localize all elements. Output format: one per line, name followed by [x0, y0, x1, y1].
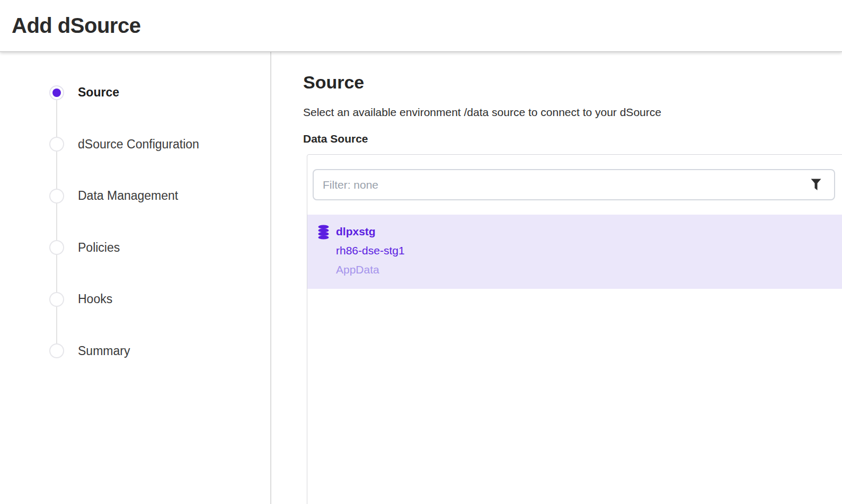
step-circle-icon — [49, 292, 64, 307]
datasource-type: AppData — [336, 260, 405, 279]
step-content: Source Select an available environment /… — [271, 52, 842, 504]
step-label: Policies — [78, 241, 120, 255]
datasource-name: dlpxstg — [336, 222, 405, 241]
step-label: Hooks — [78, 292, 112, 306]
step-summary[interactable]: Summary — [0, 325, 270, 377]
step-label: Data Management — [78, 189, 178, 203]
step-source[interactable]: Source — [0, 67, 270, 119]
database-icon — [318, 225, 329, 240]
step-label: Summary — [78, 344, 130, 358]
data-source-field-label: Data Source — [303, 132, 842, 145]
step-policies[interactable]: Policies — [0, 222, 270, 274]
section-heading: Source — [303, 72, 842, 93]
data-source-list-panel: dlpxstg rh86-dse-stg1 AppData — [307, 154, 842, 504]
wizard-stepper: Source dSource Configuration Data Manage… — [0, 52, 271, 504]
datasource-list-item[interactable]: dlpxstg rh86-dse-stg1 AppData — [307, 215, 842, 289]
step-circle-icon — [49, 240, 64, 255]
filter-input[interactable] — [313, 169, 835, 200]
filter-funnel-icon[interactable] — [811, 179, 821, 191]
section-description: Select an available environment /data so… — [303, 106, 842, 119]
step-circle-icon — [49, 189, 64, 204]
datasource-environment: rh86-dse-stg1 — [336, 241, 405, 260]
step-data-management[interactable]: Data Management — [0, 170, 270, 222]
datasource-text-block: dlpxstg rh86-dse-stg1 AppData — [336, 222, 405, 279]
page-title: Add dSource — [12, 14, 140, 38]
step-label: Source — [78, 85, 119, 100]
step-label: dSource Configuration — [78, 137, 199, 152]
step-circle-icon — [49, 343, 64, 358]
step-hooks[interactable]: Hooks — [0, 273, 270, 325]
page-header: Add dSource — [0, 0, 842, 52]
step-active-dot-icon — [49, 85, 64, 100]
filter-box — [313, 169, 835, 200]
step-circle-icon — [49, 137, 64, 152]
step-dsource-configuration[interactable]: dSource Configuration — [0, 119, 270, 171]
wizard-body: Source dSource Configuration Data Manage… — [0, 52, 842, 504]
